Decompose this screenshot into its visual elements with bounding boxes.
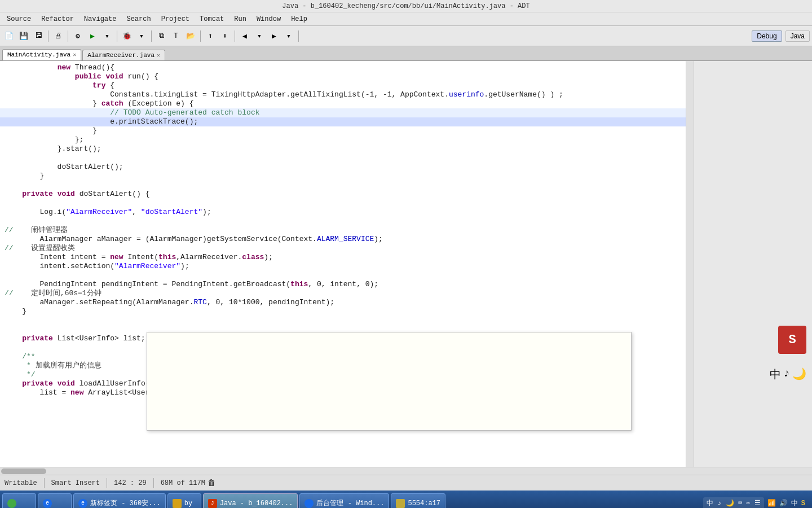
- menu-search[interactable]: Search: [122, 14, 155, 24]
- code-line: try {: [0, 81, 694, 90]
- vertical-scrollbar[interactable]: [686, 61, 694, 467]
- code-line: // 闹钟管理器: [0, 226, 694, 235]
- forward-dropdown-btn[interactable]: ▾: [282, 29, 295, 43]
- sogou-input-area[interactable]: 中 ♪ 🌙 ⌨ ✂ ☰: [703, 497, 764, 508]
- code-panel[interactable]: new Thread(){ public void run() { try { …: [0, 61, 694, 467]
- hscroll-thumb[interactable]: [1, 468, 46, 474]
- tab-alarmreceiver[interactable]: AlarmReceiver.java ✕: [82, 50, 165, 60]
- debug-btn[interactable]: 🐞: [120, 29, 134, 43]
- horizontal-scrollbar[interactable]: [0, 467, 812, 475]
- menu-bar: Source Refactor Navigate Search Project …: [0, 12, 812, 26]
- code-line: [0, 154, 694, 163]
- status-writable: Writable: [5, 479, 37, 487]
- code-line: };: [0, 135, 694, 144]
- new-file-btn[interactable]: 📄: [2, 29, 16, 43]
- code-line: intent.setAction("AlarmReceiver");: [0, 262, 694, 271]
- status-bar: Writable Smart Insert 142 : 29 68M of 11…: [0, 475, 812, 491]
- prev-annotation-btn[interactable]: ⬆: [204, 29, 217, 43]
- menu-project[interactable]: Project: [157, 14, 194, 24]
- taskbar-item-folder[interactable]: by: [167, 493, 201, 509]
- taskbar-item-java[interactable]: J Java - b_160402...: [203, 493, 298, 509]
- tab-mainactivity[interactable]: MainActivity.java ✕: [2, 49, 81, 60]
- back-dropdown-btn[interactable]: ▾: [253, 29, 266, 43]
- editor-area: new Thread(){ public void run() { try { …: [0, 61, 812, 467]
- code-line: // 定时时间,60s=1分钟: [0, 289, 694, 298]
- ime-cn: 中: [791, 498, 798, 508]
- code-line: AlarmManager aManager = (AlarmManager)ge…: [0, 235, 694, 244]
- sep7: [298, 30, 299, 42]
- code-line: }: [0, 126, 694, 135]
- toolbar-right: Debug Java: [752, 30, 810, 42]
- code-line: new Thread(){: [0, 63, 694, 72]
- code-line: } catch (Exception e) {: [0, 99, 694, 108]
- print-btn[interactable]: 🖨: [51, 29, 65, 43]
- network-icon: 📶: [767, 499, 776, 507]
- code-line-highlighted: // TODO Auto-generated catch block: [0, 108, 694, 117]
- menu-refactor[interactable]: Refactor: [37, 14, 78, 24]
- code-line: [0, 181, 694, 190]
- run-btn[interactable]: ▶: [86, 29, 99, 43]
- tab-bar: MainActivity.java ✕ AlarmReceiver.java ✕: [0, 46, 812, 61]
- status-sep2: [107, 478, 107, 488]
- code-line: }.start();: [0, 144, 694, 154]
- system-tray-icons: 中♪🌙: [770, 367, 806, 382]
- menu-help[interactable]: Help: [286, 14, 312, 24]
- memory-label: 68M of 117M: [161, 479, 205, 487]
- run-dropdown-btn[interactable]: ▾: [100, 29, 114, 43]
- tab-alarmreceiver-label: AlarmReceiver.java: [87, 52, 155, 59]
- open-resource-btn[interactable]: 📂: [184, 29, 197, 43]
- window-title: Java - b_160402_kecheng/src/com/bb/ui/Ma…: [282, 2, 529, 10]
- sogou-taskbar-icon: S: [801, 500, 805, 507]
- open-type-btn[interactable]: T: [169, 29, 183, 43]
- folder-icon: [173, 499, 182, 508]
- next-annotation-btn[interactable]: ⬇: [218, 29, 232, 43]
- save-all-btn[interactable]: 🖫: [32, 29, 45, 43]
- code-line: [0, 316, 694, 325]
- status-memory: 68M of 117M 🗑: [161, 479, 215, 488]
- tab-alarmreceiver-close[interactable]: ✕: [157, 52, 160, 59]
- status-sep1: [44, 478, 45, 488]
- save-btn[interactable]: 💾: [17, 29, 30, 43]
- taskbar-item-folder-label: by: [184, 500, 192, 507]
- java-icon: J: [208, 499, 217, 508]
- title-bar: Java - b_160402_kecheng/src/com/bb/ui/Ma…: [0, 0, 812, 12]
- taskbar-item-ie-admin[interactable]: 后台管理 - Wind...: [299, 493, 389, 509]
- menu-run[interactable]: Run: [230, 14, 251, 24]
- taskbar-item-emulator[interactable]: 5554:a17: [391, 493, 445, 509]
- taskbar-item-browser2[interactable]: e: [38, 493, 72, 509]
- tab-mainactivity-close[interactable]: ✕: [73, 51, 76, 58]
- taskbar-item-emulator-label: 5554:a17: [408, 500, 440, 507]
- memory-icon[interactable]: 🗑: [208, 479, 215, 488]
- forward-btn[interactable]: ▶: [267, 29, 281, 43]
- sep6: [235, 30, 235, 42]
- code-line-selected: e.printStackTrace();: [0, 117, 694, 126]
- taskbar-item-ie360-label: 新标签页 - 360安...: [90, 498, 161, 508]
- taskbar-item-ie360[interactable]: e 新标签页 - 360安...: [73, 493, 166, 509]
- autocomplete-popup[interactable]: [147, 332, 632, 431]
- run-last-btn[interactable]: ⚙: [71, 29, 85, 43]
- sogou-text: 中 ♪ 🌙 ⌨ ✂ ☰: [707, 498, 761, 508]
- browser1-icon: [7, 499, 16, 508]
- menu-navigate[interactable]: Navigate: [80, 14, 121, 24]
- taskbar-item-browser1[interactable]: [2, 493, 36, 509]
- debug-dropdown-btn[interactable]: ▾: [135, 29, 148, 43]
- perspective-debug-btn[interactable]: Debug: [752, 30, 782, 42]
- menu-source[interactable]: Source: [2, 14, 36, 24]
- perspective-java-btn[interactable]: Java: [785, 30, 810, 42]
- status-sep3: [153, 478, 154, 488]
- menu-window[interactable]: Window: [252, 14, 285, 24]
- taskbar-item-ie-admin-label: 后台管理 - Wind...: [316, 498, 384, 508]
- back-btn[interactable]: ◀: [238, 29, 251, 43]
- taskbar-item-java-label: Java - b_160402...: [220, 500, 293, 507]
- menu-tomcat[interactable]: Tomcat: [195, 14, 228, 24]
- emulator-icon: [396, 499, 405, 508]
- code-line: aManager.setRepeating(AlarmManager.RTC, …: [0, 298, 694, 307]
- sep2: [68, 30, 68, 42]
- code-line: PendingIntent pendingIntent = PendingInt…: [0, 280, 694, 289]
- code-line: Constants.tixingList = TixingHttpAdapter…: [0, 90, 694, 99]
- code-line: [0, 199, 694, 208]
- code-line: [0, 271, 694, 280]
- tab-mainactivity-label: MainActivity.java: [7, 51, 70, 58]
- open-perspective-btn[interactable]: ⧉: [155, 29, 168, 43]
- code-line: public void run() {: [0, 72, 694, 81]
